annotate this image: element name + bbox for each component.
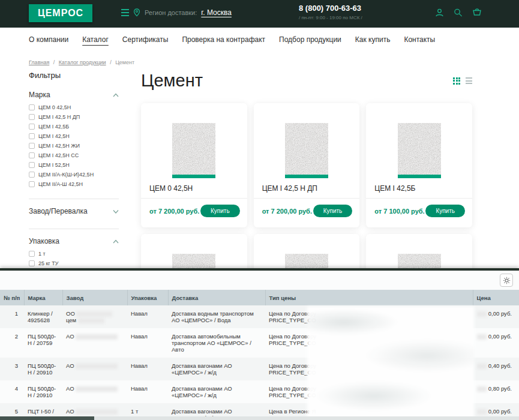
filters-title: Фильтры [29,71,119,80]
product-card[interactable]: ЦЕМ I 42,5Б от 7 100,00 руб. Купить [366,103,472,227]
nav-item-about[interactable]: О компании [29,35,68,44]
filter-option[interactable]: ЦЕМ I 42,5 Н ДП [29,114,119,120]
filter-option[interactable]: ЦЕМ 0 42,5Н [29,104,119,110]
cell-marka: ПЦ 500Д0-Н / 20910 [24,380,62,403]
breadcrumb-catalog[interactable]: Каталог продукции [59,59,106,65]
nav-item-counterfeit-check[interactable]: Проверка на контрафакт [182,35,265,44]
redacted-text [76,386,118,392]
scrollbar-thumb[interactable] [0,416,94,420]
product-name[interactable]: ЦЕМ I 42,5 Н ДП [254,178,360,199]
filter-option-label: ЦЕМ II/А-Ш 42,5Н [38,181,83,187]
chevron-down-icon [113,209,119,214]
price-table-panel: № п/п Марка Завод Упаковка Доставка Тип … [0,268,519,420]
filter-option-label: 1 т [38,251,46,257]
list-view-icon[interactable] [466,77,472,84]
checkbox[interactable] [29,251,35,257]
product-name[interactable]: ЦЕМ I 42,5Б [366,178,472,199]
redacted-text [76,334,118,340]
horizontal-scrollbar[interactable] [0,416,519,420]
filter-group-upakovka-title: Упаковка [29,237,59,245]
col-header-zavod[interactable]: Завод [62,290,127,305]
filter-option-label: ЦЕМ I 42,5Н СС [38,152,79,158]
buy-button[interactable]: Купить [313,205,353,217]
search-icon[interactable] [454,8,463,17]
buy-button[interactable]: Купить [425,205,465,217]
main-nav: О компании Каталог Сертификаты Проверка … [0,28,519,52]
redacted-text [76,409,118,415]
breadcrumb: Главная / Каталог продукции / Цемент [0,52,519,65]
checkbox[interactable] [29,114,35,120]
nav-item-product-selection[interactable]: Подбор продукции [279,35,341,44]
filter-option-label: ЦЕМ I 42,5Б [38,124,69,130]
col-header-dostavka[interactable]: Доставка [168,290,265,305]
redacted-text [76,311,112,317]
table-header-row: № п/п Марка Завод Упаковка Доставка Тип … [0,290,519,305]
page-title: Цемент [141,71,203,91]
filter-option[interactable]: ЦЕМ I 52,5Н [29,162,119,168]
product-price: от 7 100,00 руб. [374,208,424,215]
buy-button[interactable]: Купить [200,205,240,217]
redacted-text [477,311,487,317]
filter-option[interactable]: ЦЕМ I 42,5Б [29,124,119,130]
filter-option[interactable]: ЦЕМ II/А-К(Ш-И)42,5Н [29,172,119,178]
col-header-upakovka[interactable]: Упаковка [127,290,168,305]
filter-group-upakovka-header[interactable]: Упаковка [29,237,119,245]
chevron-up-icon [113,93,119,97]
nav-item-certificates[interactable]: Сертификаты [122,35,169,44]
breadcrumb-separator: / [53,59,55,65]
nav-item-how-to-buy[interactable]: Как купить [355,35,391,44]
filter-option[interactable]: 25 кг ТУ [29,260,119,266]
cell-num: 2 [0,328,24,358]
product-card[interactable]: ЦЕМ 0 42,5Н от 7 200,00 руб. Купить [141,103,247,227]
nav-item-catalog[interactable]: Каталог [82,35,109,44]
filter-option[interactable]: ЦЕМ I 42,5Н СС [29,152,119,158]
product-image [366,103,472,178]
col-header-cena[interactable]: Цена [473,290,519,305]
table-settings-button[interactable] [500,274,513,287]
filter-option[interactable]: ЦЕМ I 42,5Н ЖИ [29,143,119,149]
region-selector[interactable]: г. Москва [201,8,232,17]
filter-option[interactable]: ЦЕМ II/А-Ш 42,5Н [29,181,119,187]
cell-dostavka: Доставка автомобильным транспортом АО «Ц… [168,328,265,358]
checkbox[interactable] [29,152,35,158]
product-card[interactable]: ЦЕМ I 42,5 Н ДП от 7 200,00 руб. Купить [254,103,360,227]
menu-icon[interactable] [121,9,129,16]
breadcrumb-home[interactable]: Главная [29,59,49,65]
col-header-marka[interactable]: Марка [24,290,62,305]
checkbox[interactable] [29,162,35,168]
filter-group-zavod: Завод/Перевалка [29,207,119,229]
phone-number[interactable]: 8 (800) 700-63-63 [299,4,362,13]
checkbox[interactable] [29,172,35,178]
account-icon[interactable] [435,8,444,17]
filter-group-zavod-header[interactable]: Завод/Перевалка [29,207,119,215]
cell-cena: 0,80 руб. [473,380,519,403]
cell-cena: 0,00 руб. [473,305,519,328]
cell-marka: ПЦ 500Д0-Н / 20759 [24,328,62,358]
checkbox[interactable] [29,133,35,139]
cart-icon[interactable] [472,8,482,17]
filter-group-marka-header[interactable]: Марка [29,91,119,99]
filter-option[interactable]: 1 т [29,251,119,257]
product-grid: ЦЕМ 0 42,5Н от 7 200,00 руб. Купить ЦЕМ … [141,103,472,227]
filter-group-marka-title: Марка [29,91,50,99]
checkbox[interactable] [29,124,35,130]
col-header-tip-ceny[interactable]: Тип цены [265,290,473,305]
nav-item-contacts[interactable]: Контакты [404,35,435,44]
checkbox[interactable] [29,104,35,110]
col-header-num[interactable]: № п/п [0,290,24,305]
checkbox[interactable] [29,143,35,149]
region-label: Регион доставки: [145,9,197,16]
grid-view-icon[interactable] [453,77,460,85]
cell-marka: ПЦ 500Д0-Н / 20910 [24,358,62,380]
redacted-region [307,307,474,418]
product-price: от 7 200,00 руб. [149,208,199,215]
checkbox[interactable] [29,181,35,187]
checkbox[interactable] [29,260,35,266]
product-name[interactable]: ЦЕМ 0 42,5Н [141,178,247,199]
filter-option-label: ЦЕМ I 52,5Н [38,162,70,168]
logo[interactable]: ЦЕМРОС [29,4,92,22]
filter-option[interactable]: ЦЕМ I 42,5Н [29,133,119,139]
cell-upakovka: Навал [127,380,168,403]
cell-upakovka: Навал [127,305,168,328]
cell-num: 1 [0,305,24,328]
